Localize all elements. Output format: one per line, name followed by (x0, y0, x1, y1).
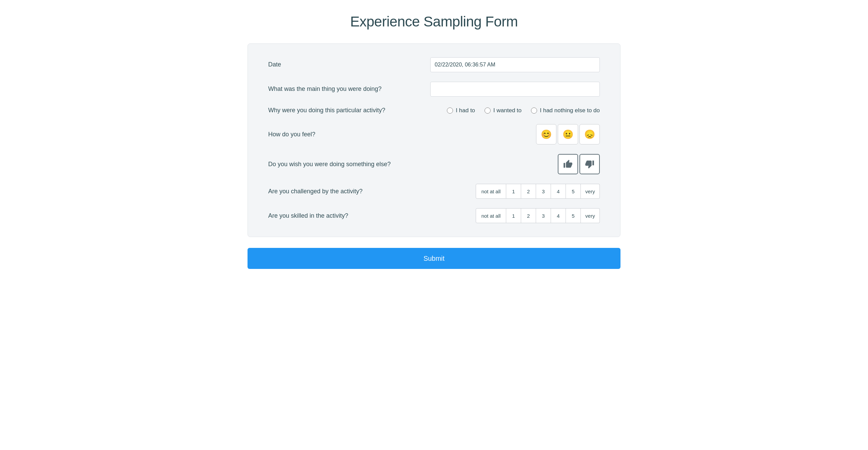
feel-happy-button[interactable]: 😊 (536, 124, 556, 144)
why-row: Why were you doing this particular activ… (268, 106, 600, 115)
challenged-5[interactable]: 5 (566, 184, 581, 199)
wish-thumbs-up-button[interactable] (558, 154, 578, 174)
why-radio-had-to[interactable] (447, 107, 453, 114)
challenged-2[interactable]: 2 (521, 184, 536, 199)
page-title: Experience Sampling Form (350, 14, 518, 30)
why-label-had-to: I had to (456, 107, 475, 114)
challenged-3[interactable]: 3 (536, 184, 551, 199)
feel-emoji-group: 😊 😐 😞 (536, 124, 600, 144)
skilled-not-at-all[interactable]: not at all (476, 208, 506, 223)
skilled-scale: not at all 1 2 3 4 5 very (476, 208, 600, 223)
skilled-very[interactable]: very (581, 208, 600, 223)
skilled-5[interactable]: 5 (566, 208, 581, 223)
activity-input[interactable] (430, 82, 600, 97)
feel-label: How do you feel? (268, 130, 315, 139)
challenged-row: Are you challenged by the activity? not … (268, 184, 600, 199)
wish-thumbs-down-button[interactable] (579, 154, 600, 174)
why-option-wanted-to[interactable]: I wanted to (485, 107, 521, 114)
date-label: Date (268, 60, 281, 69)
activity-label: What was the main thing you were doing? (268, 85, 381, 93)
why-control: I had to I wanted to I had nothing else … (447, 107, 600, 114)
why-option-nothing-else[interactable]: I had nothing else to do (531, 107, 600, 114)
why-option-had-to[interactable]: I had to (447, 107, 475, 114)
skilled-row: Are you skilled in the activity? not at … (268, 208, 600, 223)
challenged-4[interactable]: 4 (551, 184, 566, 199)
challenged-not-at-all[interactable]: not at all (476, 184, 506, 199)
submit-button[interactable]: Submit (248, 248, 620, 269)
feel-row: How do you feel? 😊 😐 😞 (268, 124, 600, 144)
challenged-control: not at all 1 2 3 4 5 very (476, 184, 600, 199)
wish-row: Do you wish you were doing something els… (268, 154, 600, 174)
wish-control (558, 154, 600, 174)
why-label: Why were you doing this particular activ… (268, 106, 385, 115)
feel-neutral-button[interactable]: 😐 (558, 124, 578, 144)
form-container: Date What was the main thing you were do… (248, 43, 620, 237)
skilled-2[interactable]: 2 (521, 208, 536, 223)
activity-control (430, 82, 600, 97)
why-label-nothing-else: I had nothing else to do (540, 107, 600, 114)
date-row: Date (268, 57, 600, 72)
feel-sad-button[interactable]: 😞 (579, 124, 600, 144)
challenged-very[interactable]: very (581, 184, 600, 199)
wish-label: Do you wish you were doing something els… (268, 160, 391, 169)
why-radio-group: I had to I wanted to I had nothing else … (447, 107, 600, 114)
challenged-1[interactable]: 1 (506, 184, 521, 199)
date-input[interactable] (430, 57, 600, 72)
activity-row: What was the main thing you were doing? (268, 82, 600, 97)
skilled-4[interactable]: 4 (551, 208, 566, 223)
why-radio-wanted-to[interactable] (485, 107, 491, 114)
wish-thumb-group (558, 154, 600, 174)
feel-control: 😊 😐 😞 (536, 124, 600, 144)
skilled-label: Are you skilled in the activity? (268, 212, 348, 220)
why-label-wanted-to: I wanted to (493, 107, 521, 114)
date-control (430, 57, 600, 72)
challenged-label: Are you challenged by the activity? (268, 187, 362, 196)
skilled-3[interactable]: 3 (536, 208, 551, 223)
challenged-scale: not at all 1 2 3 4 5 very (476, 184, 600, 199)
skilled-1[interactable]: 1 (506, 208, 521, 223)
skilled-control: not at all 1 2 3 4 5 very (476, 208, 600, 223)
why-radio-nothing-else[interactable] (531, 107, 537, 114)
